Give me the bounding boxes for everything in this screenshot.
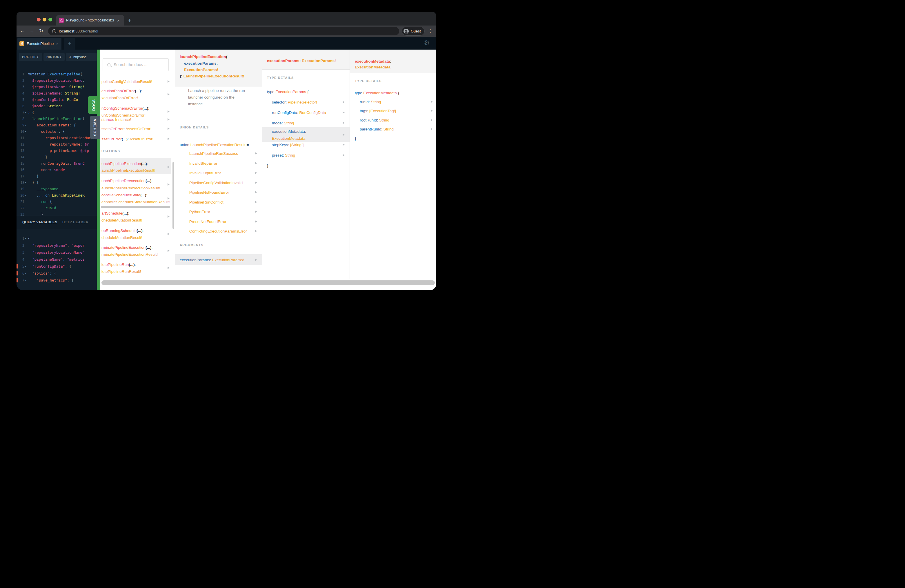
chevron-right-icon xyxy=(255,152,257,154)
docs-item[interactable]: rminatePipelineExecution(...): xyxy=(102,245,152,250)
traffic-light-close[interactable] xyxy=(37,18,41,21)
description-line: instance. xyxy=(188,102,204,106)
forward-icon[interactable]: → xyxy=(30,25,35,37)
address-bar[interactable]: i localhost:3333/graphql xyxy=(48,27,399,35)
line-number: 5 xyxy=(16,97,24,103)
variables-editor-lines[interactable]: 1▾{2 "repositoryName": "exper3 "reposito… xyxy=(16,235,97,290)
docs-item[interactable]: ecutionPlanOrError(...): xyxy=(102,89,142,93)
page-info-icon[interactable]: i xyxy=(52,29,56,33)
line-number: 15 xyxy=(16,161,24,167)
line-number: 1 xyxy=(16,71,24,78)
union-member[interactable]: PipelineNotFoundError xyxy=(189,190,229,195)
docs-item[interactable]: nConfigSchemaOrError(...): xyxy=(102,106,149,110)
union-declaration: union LaunchPipelineExecutionResult = xyxy=(180,143,249,147)
traffic-light-zoom[interactable] xyxy=(48,18,52,21)
line-number: 21 xyxy=(16,199,24,205)
union-member[interactable]: InvalidOutputError xyxy=(189,171,221,175)
browser-tab[interactable]: Playground - http://localhost:3 × xyxy=(56,15,124,25)
line-number: 2 xyxy=(16,78,24,84)
union-member[interactable]: PresetNotFoundError xyxy=(189,219,226,224)
query-editor-lines[interactable]: 1mutation ExecutePipeline(2 $repositoryL… xyxy=(16,71,97,218)
type-field[interactable]: mode: String xyxy=(272,121,294,125)
tab-http-headers[interactable]: HTTP HEADER xyxy=(62,220,89,224)
docs-item[interactable]: opRunningSchedule(...): xyxy=(102,229,144,233)
argument-row[interactable]: executionParams: ExecutionParams! xyxy=(180,258,244,262)
line-number: 3 xyxy=(16,249,24,256)
docs-item[interactable]: artSchedule(...): xyxy=(102,211,129,215)
chevron-right-icon xyxy=(431,119,433,121)
type-field[interactable]: tags: [ExecutionTag!] xyxy=(360,109,396,113)
back-icon[interactable]: ← xyxy=(20,25,25,37)
type-field[interactable]: runId: String xyxy=(360,100,381,104)
reload-icon[interactable]: ↻ xyxy=(39,25,43,37)
field-header-block: executionParams: ExecutionParams! xyxy=(262,49,349,70)
type-field[interactable]: preset: String xyxy=(272,153,295,157)
line-number: 16 xyxy=(16,167,24,173)
tab-query-variables[interactable]: QUERY VARIABLES xyxy=(22,220,57,224)
traffic-light-minimize[interactable] xyxy=(43,18,46,21)
type-field[interactable]: stepKeys: [String!] xyxy=(272,143,304,147)
docs-item[interactable]: concileSchedulerState(...): xyxy=(102,193,147,197)
type-field[interactable]: executionMetadata: xyxy=(272,129,306,133)
chevron-right-icon xyxy=(168,267,170,269)
docs-item[interactable]: xecutionPlanOrError! xyxy=(102,96,138,100)
type-field[interactable]: parentRunId: String xyxy=(360,127,394,131)
code-line: 22 runId xyxy=(16,205,97,211)
type-field[interactable]: selector: PipelineSelector! xyxy=(272,100,317,104)
union-member[interactable]: InvalidStepError xyxy=(189,161,218,165)
line-number: 20 xyxy=(16,192,24,199)
tab-title: Playground - http://localhost:3 xyxy=(66,18,116,22)
union-member[interactable]: PythonError xyxy=(189,210,210,214)
arg-type: ExecutionParams! xyxy=(184,68,218,72)
mutation-badge: M xyxy=(19,41,24,46)
session-tab-executepipeline[interactable]: M ExecutePipeline × xyxy=(17,38,62,49)
docs-item[interactable]: letePipelineRunResult! xyxy=(102,269,141,274)
tab-schema[interactable]: SCHEMA xyxy=(90,116,100,139)
type-field[interactable]: runConfigData: RunConfigData xyxy=(272,110,326,115)
code-line: 13 pipelineName: $pip xyxy=(16,148,97,154)
type-field[interactable]: rootRunId: String xyxy=(360,118,389,122)
error-marker xyxy=(16,271,18,275)
union-member[interactable]: LaunchPipelineRunSuccess xyxy=(189,151,238,156)
column1-vertical-scrollbar[interactable] xyxy=(173,162,174,229)
settings-gear-icon[interactable]: ⚙ xyxy=(424,36,430,49)
chevron-right-icon xyxy=(168,233,170,235)
docs-item[interactable]: unConfigSchemaOrError! xyxy=(102,113,146,118)
code-line: 15 runConfigData: $runC xyxy=(16,161,97,167)
docs-item[interactable]: aunchPipelineReexecutionResult! xyxy=(102,186,160,190)
docs-item[interactable]: rminatePipelineExecutionResult! xyxy=(102,252,158,257)
docs-item[interactable]: aunchPipelineExecutionResult! xyxy=(102,168,156,173)
docs-search-box[interactable]: Search the docs ... xyxy=(103,58,169,71)
chevron-right-icon xyxy=(255,172,257,174)
docs-item[interactable]: econcileSchedulerStateMutationResult! xyxy=(102,200,170,204)
docs-horizontal-scrollbar[interactable] xyxy=(102,280,435,285)
mutations-section-header: UTATIONS xyxy=(102,149,120,153)
docs-item[interactable]: letePipelineRun(...): xyxy=(102,262,136,267)
prettify-button[interactable]: PRETTIFY xyxy=(19,53,42,61)
profile-button[interactable]: Guest xyxy=(402,27,425,36)
tab-docs[interactable]: DOCS xyxy=(88,96,100,114)
docs-item[interactable]: ssetsOrError: AssetsOrError! xyxy=(102,127,152,131)
tab-close-icon[interactable]: × xyxy=(117,18,120,23)
column1-horizontal-scrollbar[interactable] xyxy=(101,206,170,208)
browser-menu-icon[interactable]: ⋮ xyxy=(428,25,432,37)
new-tab-button[interactable]: + xyxy=(128,15,131,25)
union-member[interactable]: PipelineRunConflict xyxy=(189,200,224,204)
docs-item[interactable]: unchPipelineExecution(...): xyxy=(102,162,148,166)
docs-item[interactable]: unchPipelineReexecution(...): xyxy=(102,179,152,183)
union-member[interactable]: ConflictingExecutionParamsError xyxy=(189,229,247,234)
line-number: 17 xyxy=(16,173,24,180)
docs-item[interactable]: pelineConfigValidationResult! xyxy=(102,79,152,84)
docs-item[interactable]: cheduleMutationResult! xyxy=(102,218,142,222)
docs-item[interactable]: stance: Instance! xyxy=(102,118,131,122)
history-button[interactable]: HISTORY xyxy=(43,53,65,61)
docs-item[interactable]: cheduleMutationResult! xyxy=(102,235,142,240)
session-close-icon[interactable]: × xyxy=(56,41,58,46)
line-number: 8 xyxy=(16,116,24,122)
add-session-button[interactable]: + xyxy=(64,38,75,49)
chevron-right-icon xyxy=(255,220,257,222)
endpoint-input[interactable]: ↺http://loc xyxy=(66,53,97,61)
union-member[interactable]: PipelineConfigValidationInvalid xyxy=(189,180,243,185)
docs-item[interactable]: ssetOrError(...): AssetOrError! xyxy=(102,137,153,141)
docs-panel-edge[interactable] xyxy=(97,49,100,290)
